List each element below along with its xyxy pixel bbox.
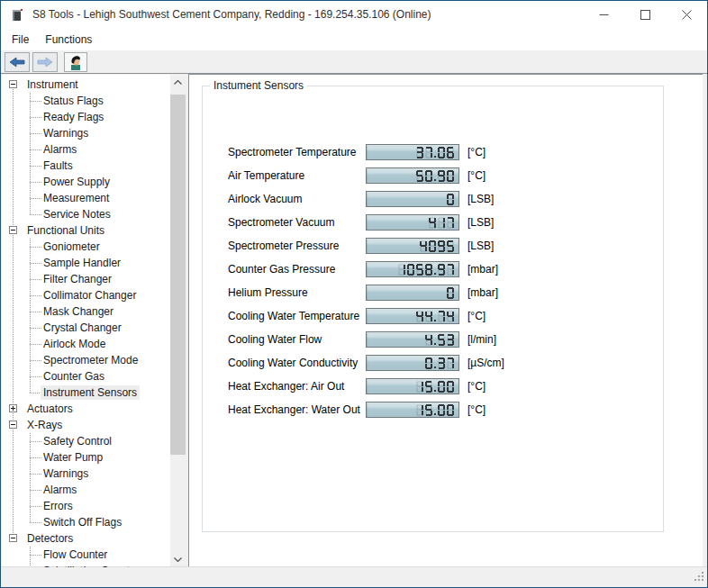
tree-item-errors[interactable]: Errors	[41, 499, 76, 513]
lcd-display	[366, 378, 459, 394]
tree-item-flow-counter[interactable]: Flow Counter	[41, 547, 110, 562]
tree-row: Warnings	[2, 466, 170, 482]
minimize-button[interactable]	[583, 1, 624, 29]
tree-scrollbar[interactable]	[170, 75, 186, 567]
tree-row: Crystal Changer	[2, 320, 170, 336]
tree-item-instrument-sensors[interactable]: Instrument Sensors	[41, 385, 140, 400]
tree-item-warnings[interactable]: Warnings	[41, 466, 91, 481]
tree-item-mask-changer[interactable]: Mask Changer	[41, 304, 116, 319]
tree-item-crystal-changer[interactable]: Crystal Changer	[41, 321, 124, 335]
tree-item-status-flags[interactable]: Status Flags	[41, 94, 106, 108]
sensor-row-air-temperature: Air Temperature[°C]	[203, 164, 663, 187]
titlebar[interactable]: S8 Tools - Lehigh Southwest Cement Compa…	[1, 1, 707, 29]
lcd-display	[366, 308, 459, 324]
tree-item-counter-gas[interactable]: Counter Gas	[41, 369, 107, 384]
maximize-button[interactable]	[624, 1, 666, 29]
operator-button[interactable]	[64, 52, 87, 72]
decimal-point	[434, 179, 436, 181]
sensor-unit: [µS/cm]	[467, 357, 504, 369]
tree-item-x-rays[interactable]: X-Rays	[24, 418, 65, 432]
tree-item-measurement[interactable]: Measurement	[41, 191, 112, 205]
tree-row: Status Flags	[2, 93, 170, 109]
tree-item-instrument[interactable]: Instrument	[24, 77, 81, 92]
menu-file[interactable]: File	[4, 30, 37, 50]
lcd-display	[366, 144, 459, 160]
tree-row: Flow Counter	[2, 547, 170, 563]
tree-item-sample-handler[interactable]: Sample Handler	[41, 256, 123, 270]
instrument-sensors-groupbox: Instument Sensors Spectrometer Temperatu…	[202, 86, 664, 532]
lcd-display	[366, 214, 459, 231]
navigation-tree: InstrumentStatus FlagsReady FlagsWarning…	[2, 75, 186, 567]
decimal-point	[434, 343, 436, 345]
tree-item-water-pump[interactable]: Water Pump	[41, 450, 105, 465]
sensor-row-spectrometer-temperature: Spectrometer Temperature[°C]	[203, 140, 663, 164]
sensor-unit: [°C]	[467, 310, 486, 322]
tree-item-warnings[interactable]: Warnings	[41, 126, 91, 140]
sensor-label: Spectrometer Pressure	[228, 240, 366, 252]
tree-item-collimator-changer[interactable]: Collimator Changer	[41, 288, 139, 303]
sensor-unit: [°C]	[467, 146, 486, 158]
tree-row: Instrument Sensors	[2, 384, 170, 401]
tree-item-actuators[interactable]: Actuators	[24, 402, 76, 416]
forward-button[interactable]	[32, 52, 58, 72]
collapse-icon[interactable]	[9, 80, 17, 88]
close-icon	[682, 10, 692, 20]
tree-row: Errors	[2, 498, 170, 514]
tree-item-switch-off-flags[interactable]: Switch Off Flags	[41, 515, 124, 529]
close-button[interactable]	[666, 1, 707, 29]
sensor-label: Cooling Water Conductivity	[228, 357, 366, 369]
tree-item-detectors[interactable]: Detectors	[24, 531, 76, 546]
sensor-unit: [l/min]	[467, 333, 496, 346]
expand-icon[interactable]	[9, 404, 17, 412]
tree-item-alarms[interactable]: Alarms	[41, 142, 79, 157]
sensor-unit: [LSB]	[467, 240, 494, 252]
sensor-label: Cooling Water Temperature	[228, 310, 366, 322]
tree-row: Spectrometer Mode	[2, 352, 170, 368]
lcd-display	[366, 261, 459, 277]
tree-item-airlock-mode[interactable]: Airlock Mode	[41, 337, 108, 351]
app-window: S8 Tools - Lehigh Southwest Cement Compa…	[0, 0, 708, 588]
scroll-up-icon[interactable]	[170, 75, 186, 90]
tree-item-spectrometer-mode[interactable]: Spectrometer Mode	[41, 353, 141, 367]
tree-item-filter-changer[interactable]: Filter Changer	[41, 272, 114, 286]
tree-row: Goniometer	[2, 239, 170, 255]
scroll-down-icon[interactable]	[170, 552, 186, 567]
tree-row: Actuators	[2, 401, 170, 417]
collapse-icon[interactable]	[9, 421, 17, 429]
menu-functions[interactable]: Functions	[37, 30, 100, 50]
lcd-display	[366, 355, 459, 371]
decimal-point	[434, 156, 436, 158]
sensor-unit: [mbar]	[467, 263, 498, 276]
scrollbar-thumb[interactable]	[170, 95, 186, 455]
tree-row: Mask Changer	[2, 303, 170, 320]
lcd-display	[366, 402, 459, 418]
decimal-point	[434, 366, 436, 368]
sensor-unit: [LSB]	[467, 193, 494, 205]
forward-arrow-icon	[37, 57, 53, 68]
sensor-row-airlock-vacuum: Airlock Vacuum[LSB]	[203, 187, 663, 211]
tree-item-safety-control[interactable]: Safety Control	[41, 434, 114, 448]
main-panel: Instument Sensors Spectrometer Temperatu…	[188, 74, 703, 567]
tree-item-goniometer[interactable]: Goniometer	[41, 240, 103, 254]
tree-item-alarms[interactable]: Alarms	[41, 483, 79, 497]
collapse-icon[interactable]	[9, 226, 17, 234]
back-button[interactable]	[5, 52, 30, 72]
tree-item-power-supply[interactable]: Power Supply	[41, 175, 113, 189]
tree-item-ready-flags[interactable]: Ready Flags	[41, 110, 106, 124]
sensor-row-cooling-water-flow: Cooling Water Flow[l/min]	[203, 328, 663, 351]
sensor-label: Airlock Vacuum	[228, 193, 366, 205]
tree-row: Detectors	[2, 530, 170, 547]
lcd-display	[366, 238, 459, 254]
tree-item-functional-units[interactable]: Functional Units	[24, 223, 107, 238]
client-area: InstrumentStatus FlagsReady FlagsWarning…	[1, 73, 707, 566]
collapse-icon[interactable]	[9, 534, 17, 542]
tree-item-service-notes[interactable]: Service Notes	[41, 207, 113, 222]
tree-row: X-Rays	[2, 417, 170, 433]
tree-item-faults[interactable]: Faults	[41, 158, 76, 173]
tree-item-scintillation-counter[interactable]: Scintillation Counter	[41, 564, 142, 567]
lcd-display	[366, 191, 459, 207]
resize-grip[interactable]	[693, 569, 704, 585]
tree-row: Ready Flags	[2, 109, 170, 125]
back-arrow-icon	[9, 57, 25, 68]
tree-row: Alarms	[2, 482, 170, 498]
